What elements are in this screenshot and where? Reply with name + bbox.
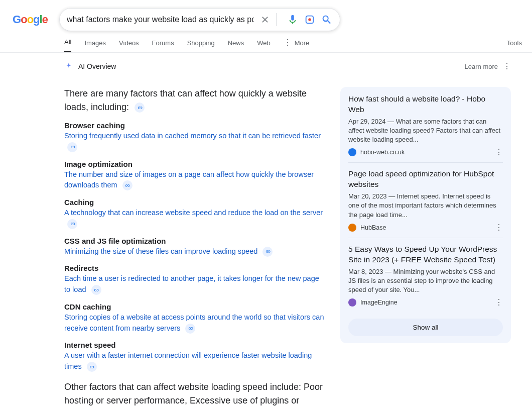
- factor-title: CSS and JS file optimization: [64, 237, 325, 245]
- tab-more[interactable]: ⋮More: [284, 39, 310, 52]
- card-menu-icon[interactable]: ⋮: [495, 300, 503, 304]
- tab-shopping[interactable]: Shopping: [187, 39, 215, 52]
- clear-icon[interactable]: [259, 14, 271, 26]
- logo[interactable]: Google: [5, 10, 55, 30]
- sources-panel: How fast should a website load? - Hobo W…: [340, 87, 511, 343]
- learn-more-link[interactable]: Learn more: [465, 63, 498, 70]
- factor-title: Caching: [64, 198, 325, 207]
- tab-news[interactable]: News: [228, 39, 244, 52]
- sparkle-icon: [64, 62, 73, 71]
- source-card[interactable]: How fast should a website load? - Hobo W…: [348, 94, 503, 163]
- search-icon[interactable]: [321, 14, 333, 26]
- factor-title: Internet speed: [64, 341, 325, 349]
- favicon-icon: [348, 224, 356, 232]
- card-menu-icon[interactable]: ⋮: [495, 226, 503, 230]
- card-snippet: Apr 29, 2024 — What are some factors tha…: [348, 117, 503, 145]
- card-menu-icon[interactable]: ⋮: [495, 150, 503, 154]
- ai-intro: There are many factors that can affect h…: [64, 87, 325, 114]
- tab-all[interactable]: All: [64, 38, 71, 52]
- factor-title: Browser caching: [64, 121, 325, 130]
- source-card[interactable]: Page load speed optimization for HubSpot…: [348, 169, 503, 238]
- factor-desc: Storing frequently used data in cached m…: [64, 131, 325, 153]
- link-icon[interactable]: [87, 362, 97, 372]
- card-source: ImageEngine: [360, 299, 397, 306]
- overflow-icon[interactable]: ⋮: [503, 64, 511, 68]
- link-icon[interactable]: [67, 219, 77, 229]
- link-icon[interactable]: [262, 247, 273, 257]
- favicon-icon: [348, 298, 356, 307]
- tab-videos[interactable]: Videos: [119, 39, 139, 52]
- link-icon[interactable]: [91, 285, 101, 295]
- factor-title: Image optimization: [64, 160, 325, 168]
- link-icon[interactable]: [185, 324, 195, 334]
- svg-point-1: [308, 18, 311, 21]
- card-title: How fast should a website load? - Hobo W…: [348, 94, 503, 115]
- factor-title: Redirects: [64, 264, 325, 272]
- tab-web[interactable]: Web: [257, 39, 271, 52]
- card-source: HubBase: [360, 224, 386, 231]
- card-snippet: Mar 8, 2023 — Minimizing your website's …: [348, 267, 503, 295]
- show-all-button[interactable]: Show all: [348, 319, 503, 336]
- card-snippet: Mar 20, 2023 — Internet speed. Internet …: [348, 192, 503, 220]
- favicon-icon: [348, 148, 356, 156]
- tabs-bar: All Images Videos Forums Shopping News W…: [0, 31, 532, 53]
- source-card[interactable]: 5 Easy Ways to Speed Up Your WordPress S…: [348, 244, 503, 313]
- card-title: 5 Easy Ways to Speed Up Your WordPress S…: [348, 244, 503, 265]
- tab-images[interactable]: Images: [84, 39, 106, 52]
- factor-desc: Storing copies of a website at access po…: [64, 312, 325, 334]
- ai-overview-title: AI Overview: [78, 62, 116, 70]
- card-source: hobo-web.co.uk: [360, 149, 405, 156]
- factor-desc: Each time a user is redirected to anothe…: [64, 273, 325, 295]
- link-icon[interactable]: [122, 180, 132, 190]
- factor-title: CDN caching: [64, 302, 325, 311]
- factor-desc: The number and size of images on a page …: [64, 169, 325, 191]
- lens-icon[interactable]: [304, 14, 316, 26]
- card-title: Page load speed optimization for HubSpot…: [348, 169, 503, 190]
- factor-desc: A user with a faster internet connection…: [64, 350, 325, 372]
- tools-button[interactable]: Tools: [507, 39, 522, 52]
- search-input[interactable]: [67, 15, 254, 24]
- ai-outro: Other factors that can affect website lo…: [64, 380, 325, 406]
- link-icon[interactable]: [135, 103, 145, 113]
- link-icon[interactable]: [67, 142, 77, 152]
- factor-desc: A technology that can increase website s…: [64, 208, 325, 230]
- tab-forums[interactable]: Forums: [152, 39, 174, 52]
- factor-desc: Minimizing the size of these files can i…: [64, 246, 325, 257]
- search-box[interactable]: [59, 8, 340, 31]
- mic-icon[interactable]: [287, 14, 299, 26]
